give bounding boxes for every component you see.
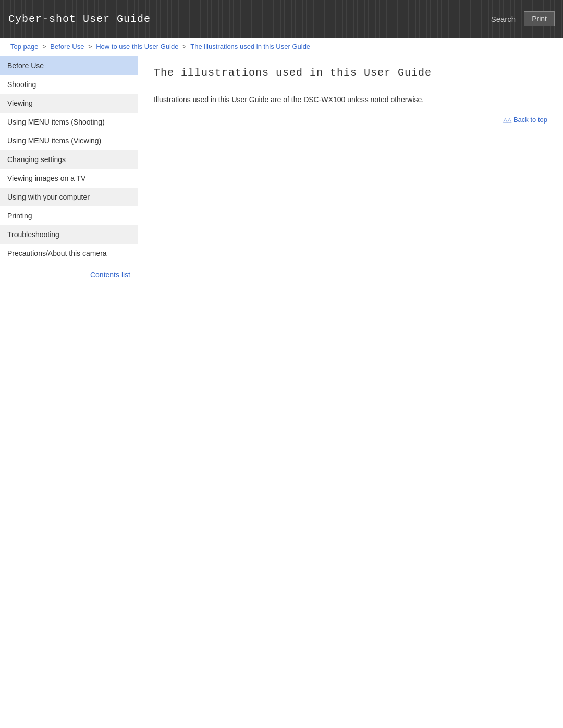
footer: Copyright 2012 Sony Corporation (0, 726, 563, 728)
sidebar-item-viewing-tv[interactable]: Viewing images on a TV (0, 169, 138, 188)
content-body: Illustrations used in this User Guide ar… (154, 94, 547, 105)
sidebar-item-printing[interactable]: Printing (0, 206, 138, 225)
sidebar-item-shooting[interactable]: Shooting (0, 75, 138, 94)
contents-list-link[interactable]: Contents list (0, 265, 138, 284)
back-to-top-container: △△Back to top (154, 116, 547, 124)
sidebar-item-menu-shooting[interactable]: Using MENU items (Shooting) (0, 113, 138, 131)
sidebar-item-changing-settings[interactable]: Changing settings (0, 150, 138, 169)
sidebar-item-using-computer[interactable]: Using with your computer (0, 188, 138, 206)
main-layout: Before Use Shooting Viewing Using MENU i… (0, 56, 563, 726)
breadcrumb: Top page > Before Use > How to use this … (0, 38, 563, 56)
sidebar-item-troubleshooting[interactable]: Troubleshooting (0, 225, 138, 244)
back-to-top-label: Back to top (513, 116, 547, 124)
search-button[interactable]: Search (487, 13, 520, 26)
page-title: The illustrations used in this User Guid… (154, 67, 547, 84)
header-buttons: Search Print (487, 11, 555, 26)
sidebar-item-viewing[interactable]: Viewing (0, 94, 138, 113)
back-to-top-link[interactable]: △△Back to top (503, 116, 547, 124)
sidebar-item-before-use[interactable]: Before Use (0, 56, 138, 75)
breadcrumb-sep-2: > (88, 43, 94, 51)
breadcrumb-sep-3: > (182, 43, 188, 51)
print-button[interactable]: Print (524, 11, 555, 26)
breadcrumb-how-to-use[interactable]: How to use this User Guide (96, 43, 178, 51)
content-area: The illustrations used in this User Guid… (138, 56, 563, 726)
back-to-top-icon: △△ (503, 117, 511, 123)
breadcrumb-top-page[interactable]: Top page (10, 43, 39, 51)
breadcrumb-before-use[interactable]: Before Use (50, 43, 84, 51)
breadcrumb-sep-1: > (42, 43, 48, 51)
sidebar-item-precautions[interactable]: Precautions/About this camera (0, 244, 138, 263)
sidebar: Before Use Shooting Viewing Using MENU i… (0, 56, 138, 726)
sidebar-item-menu-viewing[interactable]: Using MENU items (Viewing) (0, 131, 138, 150)
breadcrumb-illustrations[interactable]: The illustrations used in this User Guid… (190, 43, 310, 51)
header: Cyber-shot User Guide Search Print (0, 0, 563, 38)
site-title: Cyber-shot User Guide (8, 13, 151, 25)
